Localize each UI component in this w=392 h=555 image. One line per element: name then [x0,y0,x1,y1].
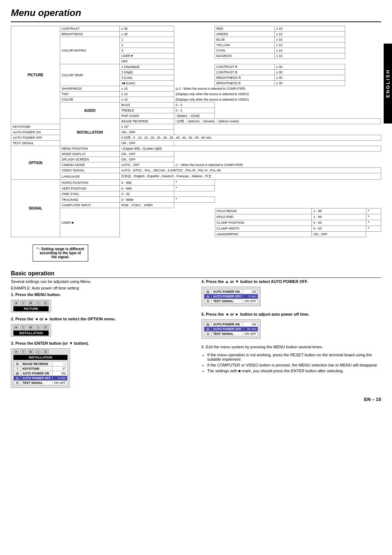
table-row: COLOR ± 10 (Displays only when the sourc… [11,97,381,102]
col-right: 4. Press the ▲ or ▼ button to select AUT… [201,279,381,389]
step-4-menu: ⏻ AUTO POWER ON ON ⏻ AUTO POWER OFF 0 mi… [201,287,261,306]
list-item: ⏻ AUTO POWER OFF 0 min [204,294,258,299]
menu-table: PICTURE CONTRAST ± 30 RED ± 10 BRIGHTNES… [11,26,381,237]
table-row: TINT ± 10 (Displays only when the source… [11,92,381,97]
list-item: ⊟ TEST SIGNAL ON OFF [204,299,258,304]
table-row: INSTALLATION IMAGE REVERSE □(Off) , □(Mi… [11,119,381,124]
step-2-num: 2. Press the ◄ or ► button to select the… [11,317,191,321]
step-5-num: 5. Press the ◄ or ► button to adjust aut… [201,312,381,316]
table-row: VERT.POSITION 0 - 999 * [11,186,381,191]
table-row: COLOR MATRIX 1 BLUE ± 10 [11,37,381,42]
table-row: TRACKING 0 - 9999 * [11,197,381,203]
bullet-list: If the menu operation is not working, pr… [201,353,381,373]
table-row: MODE DISPLAY ON , OFF [11,151,381,157]
list-item: ⊟ TEST SIGNAL ON OFF [204,332,258,336]
table-row: COMPUTER INPUT RGB , YCbCr , YPbPr [11,203,381,208]
table-row: SHARPNESS ± 10 (± 2 : When the source is… [11,86,381,92]
step-5-menu: ⏻ AUTO POWER ON ON ⏻ AUTO POWER OFF 30 m… [201,319,261,339]
list-item: The settings with ■ mark, you should pre… [207,369,381,373]
list-item: ⏻ AUTO POWER ON ON [204,322,258,327]
table-row: USER ■ HOLD BEGIN1 - 99* HOLD END1 - 99*… [11,208,381,237]
list-item: ⌇ KEYSTONE 0° [14,366,68,371]
list-item: If the COMPUTER or VIDEO button is press… [207,363,381,367]
step-1-menu: ●▽⊞◇⊡ PICTURE [11,300,51,312]
english-label: ENGLISH [384,44,392,123]
menu-diagram: PICTURE CONTRAST ± 30 RED ± 10 BRIGHTNES… [11,26,381,237]
page-title: Menu operation [11,7,381,19]
table-row: LANGUAGE 日本語 , English , Español , Deuts… [11,173,381,180]
basic-operation-section: Basic operation Several settings can be … [11,270,381,389]
list-item: ⊞ IMAGE REVERSE □ [14,362,68,366]
list-item: ⏻ AUTO POWER OFF 30 min [204,327,258,332]
step-4-num: 4. Press the ▲ or ▼ button to select AUT… [201,279,381,284]
step-3-num: 3. Press the ENTER button (or ▼ button). [11,341,191,345]
step-3-menu: ●▽⊞◇⊡ INSTALLATION ⊞ IMAGE REVERSE □ ⌇ K… [11,348,70,388]
table-row: CINEMA MODE AUTO , OFF (~ : When the sou… [11,162,381,168]
step-1-num: 1. Press the MENU button. [11,292,191,297]
list-item: ⏻ AUTO POWER OFF 0 min [14,376,68,381]
list-item: ⏻ AUTO POWER ON ON [204,289,258,294]
col-left: Several settings can be adjusted using M… [11,279,191,389]
step-6-text: 6. Exit the menu system by pressing the … [201,345,381,349]
list-item: If the menu operation is not working, pr… [207,353,381,361]
basic-op-title: Basic operation [11,270,381,278]
table-row: VIDEO SIGNAL AUTO , NTSC , PAL , SECAM ,… [11,168,381,173]
table-row: AUDIO BASS 0 - 3 [11,102,381,108]
table-row: FINE SYNC. 0 - 32 [11,191,381,197]
page-number: EN – 15 [11,397,381,402]
table-row: OPTION MENU POSITION □(Upper left), □(Lo… [11,146,381,151]
list-item: ⊟ TEST SIGNAL ON OFF [14,381,68,385]
table-row: COLOR TEMP. 1 (Standard) CONTRAST R ± 30 [11,64,381,70]
intro-text: Several settings can be adjusted using M… [11,279,191,284]
table-row: PICTURE CONTRAST ± 30 RED ± 10 [11,26,381,32]
table-row: SIGNAL HORIZ.POSITION 0 - 999 * [11,180,381,186]
table-row: BRIGHTNESS ± 30 GREEN ± 10 [11,32,381,37]
list-item: ⏻ AUTO POWER ON ON [14,371,68,376]
setting-note: * : Setting range is different according… [33,244,88,262]
step-2-menu: ●▽⊞◇⊡ INSTALLATION [11,324,51,337]
table-row: SPLASH SCREEN ON , OFF [11,157,381,162]
example-label: EXAMPLE: Auto power off time setting [11,286,191,290]
